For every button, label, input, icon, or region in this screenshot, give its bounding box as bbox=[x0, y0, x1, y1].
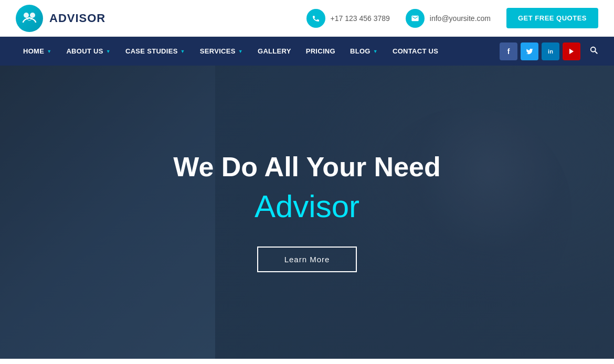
svg-point-1 bbox=[30, 13, 35, 18]
nav-item-contact: CONTACT US bbox=[385, 38, 446, 65]
phone-contact: +17 123 456 3789 bbox=[306, 9, 390, 28]
svg-point-0 bbox=[24, 13, 29, 18]
logo-icon bbox=[16, 5, 43, 32]
nav-item-case: CASE STUDIES ▼ bbox=[118, 38, 193, 65]
nav-items: HOME ▼ ABOUT US ▼ CASE STUDIES ▼ SERVICE… bbox=[16, 38, 446, 65]
nav-link-about[interactable]: ABOUT US ▼ bbox=[59, 38, 118, 65]
youtube-button[interactable] bbox=[563, 42, 580, 60]
hero-content: We Do All Your Need Advisor Learn More bbox=[173, 152, 441, 272]
nav-label-home: HOME bbox=[23, 47, 44, 55]
nav-item-services: SERVICES ▼ bbox=[193, 38, 250, 65]
nav-link-pricing[interactable]: PRICING bbox=[299, 38, 343, 65]
phone-number: +17 123 456 3789 bbox=[331, 14, 390, 23]
top-bar: ADVISOR +17 123 456 3789 info@yoursite.c… bbox=[0, 0, 614, 37]
nav-link-services[interactable]: SERVICES ▼ bbox=[193, 38, 250, 65]
hero-section: We Do All Your Need Advisor Learn More bbox=[0, 66, 614, 359]
hero-subtitle: Advisor bbox=[173, 188, 441, 226]
nav-link-case[interactable]: CASE STUDIES ▼ bbox=[118, 38, 193, 65]
nav-link-home[interactable]: HOME ▼ bbox=[16, 38, 59, 65]
email-contact: info@yoursite.com bbox=[406, 9, 491, 28]
chevron-home: ▼ bbox=[47, 49, 51, 54]
nav-item-pricing: PRICING bbox=[299, 38, 343, 65]
nav-link-contact[interactable]: CONTACT US bbox=[385, 38, 446, 65]
linkedin-button[interactable]: in bbox=[542, 42, 559, 60]
twitter-button[interactable] bbox=[521, 42, 538, 60]
nav-item-about: ABOUT US ▼ bbox=[59, 38, 118, 65]
nav-item-home: HOME ▼ bbox=[16, 38, 59, 65]
top-contacts: +17 123 456 3789 info@yoursite.com GET F… bbox=[306, 8, 598, 28]
nav-label-pricing: PRICING bbox=[306, 47, 335, 55]
email-address: info@yoursite.com bbox=[430, 14, 491, 23]
email-icon bbox=[406, 9, 425, 28]
nav-item-gallery: GALLERY bbox=[250, 38, 299, 65]
nav-label-blog: BLOG bbox=[350, 47, 370, 55]
nav-label-gallery: GALLERY bbox=[258, 47, 291, 55]
nav-link-blog[interactable]: BLOG ▼ bbox=[343, 38, 385, 65]
nav-label-services: SERVICES bbox=[200, 47, 236, 55]
nav-label-contact: CONTACT US bbox=[393, 47, 438, 55]
site-logo-text: ADVISOR bbox=[49, 12, 105, 25]
nav-link-gallery[interactable]: GALLERY bbox=[250, 38, 299, 65]
svg-marker-2 bbox=[569, 48, 574, 54]
nav-label-case: CASE STUDIES bbox=[125, 47, 178, 55]
logo-area: ADVISOR bbox=[16, 5, 105, 32]
hero-title: We Do All Your Need bbox=[173, 152, 441, 182]
facebook-button[interactable]: f bbox=[500, 42, 517, 60]
chevron-case: ▼ bbox=[181, 49, 185, 54]
chevron-about: ▼ bbox=[106, 49, 111, 54]
nav-label-about: ABOUT US bbox=[66, 47, 103, 55]
get-quotes-button[interactable]: GET FREE QUOTES bbox=[506, 8, 598, 28]
learn-more-button[interactable]: Learn More bbox=[257, 247, 357, 272]
nav-social: f in bbox=[500, 42, 598, 60]
phone-icon bbox=[306, 9, 325, 28]
search-icon[interactable] bbox=[584, 45, 598, 57]
nav-bar: HOME ▼ ABOUT US ▼ CASE STUDIES ▼ SERVICE… bbox=[0, 37, 614, 66]
chevron-services: ▼ bbox=[238, 49, 243, 54]
nav-item-blog: BLOG ▼ bbox=[343, 38, 385, 65]
chevron-blog: ▼ bbox=[373, 49, 378, 54]
